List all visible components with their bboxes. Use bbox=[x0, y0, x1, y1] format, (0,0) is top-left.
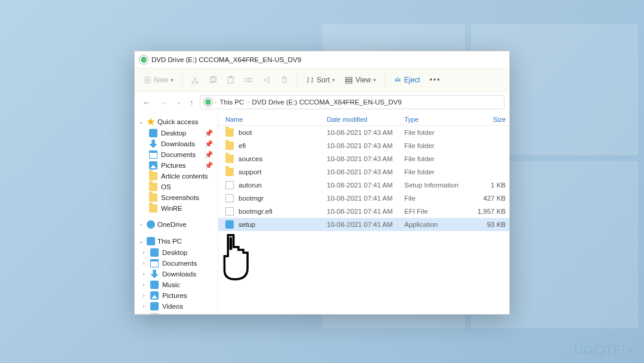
eject-icon bbox=[394, 76, 402, 84]
svg-rect-10 bbox=[346, 82, 352, 84]
rename-button[interactable] bbox=[241, 73, 256, 87]
nav-label: Music bbox=[162, 281, 180, 288]
view-button[interactable]: View ▾ bbox=[341, 73, 380, 87]
chevron-down-icon: ▾ bbox=[373, 77, 376, 83]
nav-forward-button[interactable]: → bbox=[157, 97, 171, 107]
file-date: 10-08-2021 07:43 AM bbox=[327, 142, 404, 149]
address-bar: ← → ⌄ ↑ › This PC › DVD Drive (E:) CCCOM… bbox=[135, 92, 509, 112]
col-type[interactable]: Type bbox=[404, 116, 464, 123]
nav-downloads[interactable]: Downloads📌 bbox=[135, 139, 218, 149]
nav-pc-videos[interactable]: ›Videos bbox=[135, 301, 218, 312]
nav-label: Documents bbox=[162, 260, 197, 267]
share-icon bbox=[262, 76, 271, 84]
share-button[interactable] bbox=[259, 73, 274, 87]
folder-icon bbox=[149, 193, 157, 202]
nav-this-pc[interactable]: ⌄This PC bbox=[135, 235, 218, 247]
folder-icon bbox=[225, 128, 234, 137]
downloads-icon bbox=[150, 270, 159, 278]
file-size: 1 KB bbox=[464, 182, 506, 189]
nav-desktop[interactable]: Desktop📌 bbox=[135, 128, 218, 139]
navigation-pane[interactable]: ⌄Quick access Desktop📌 Downloads📌 Docume… bbox=[135, 112, 218, 314]
column-headers[interactable]: Name Date modified Type Size bbox=[218, 112, 509, 126]
nav-screenshots[interactable]: Screenshots bbox=[135, 192, 218, 203]
eject-button[interactable]: Eject bbox=[390, 73, 424, 87]
copy-icon bbox=[209, 76, 217, 84]
col-modified[interactable]: Date modified bbox=[327, 116, 404, 123]
nav-label: Pictures bbox=[162, 292, 187, 299]
nav-quick-access[interactable]: ⌄Quick access bbox=[135, 116, 218, 128]
nav-winre[interactable]: WinRE bbox=[135, 203, 218, 214]
file-name: bootmgr.efi bbox=[239, 208, 273, 215]
nav-label: This PC bbox=[157, 238, 182, 245]
nav-back-button[interactable]: ← bbox=[140, 97, 153, 107]
cloud-icon bbox=[147, 220, 155, 229]
nav-pc-pictures[interactable]: ›Pictures bbox=[135, 290, 218, 301]
nav-documents[interactable]: Documents📌 bbox=[135, 149, 218, 160]
file-type: File folder bbox=[404, 129, 464, 136]
nav-pc-local-disk[interactable]: ›Local Disk (C:) bbox=[135, 312, 218, 314]
copy-button[interactable] bbox=[205, 73, 221, 87]
file-type: File folder bbox=[404, 155, 464, 162]
delete-button[interactable] bbox=[277, 73, 292, 87]
nav-label: Pictures bbox=[161, 162, 186, 169]
documents-icon bbox=[150, 259, 159, 267]
new-button[interactable]: New ▾ bbox=[140, 73, 177, 87]
file-row[interactable]: support10-08-2021 07:43 AMFile folder bbox=[218, 165, 509, 179]
nav-article-contents[interactable]: Article contents bbox=[135, 171, 218, 182]
sort-button[interactable]: Sort ▾ bbox=[302, 73, 339, 87]
nav-onedrive[interactable]: ›OneDrive bbox=[135, 219, 218, 230]
nav-label: Videos bbox=[162, 303, 183, 310]
view-label: View bbox=[355, 76, 371, 84]
nav-os[interactable]: OS bbox=[135, 182, 218, 192]
file-list[interactable]: Name Date modified Type Size boot10-08-2… bbox=[218, 112, 509, 314]
file-name: boot bbox=[239, 129, 252, 136]
file-row[interactable]: bootmgr.efi10-08-2021 07:41 AMEFI File1,… bbox=[218, 205, 509, 218]
breadcrumb-segment[interactable]: This PC bbox=[220, 99, 244, 106]
file-name: sources bbox=[239, 155, 262, 162]
titlebar[interactable]: DVD Drive (E:) CCCOMA_X64FRE_EN-US_DV9 bbox=[135, 51, 509, 68]
paste-icon bbox=[227, 76, 235, 84]
nav-label: Downloads bbox=[162, 270, 196, 278]
breadcrumb[interactable]: › This PC › DVD Drive (E:) CCCOMA_X64FRE… bbox=[200, 95, 505, 109]
toolbar-separator bbox=[182, 73, 182, 87]
more-button[interactable]: ••• bbox=[426, 73, 445, 87]
nav-label: Quick access bbox=[157, 118, 198, 125]
file-date: 10-08-2021 07:43 AM bbox=[327, 129, 404, 136]
file-row[interactable]: sources10-08-2021 07:43 AMFile folder bbox=[218, 152, 509, 165]
paste-button[interactable] bbox=[223, 73, 239, 87]
file-row[interactable]: setup10-08-2021 07:41 AMApplication93 KB bbox=[218, 218, 509, 231]
file-row[interactable]: efi10-08-2021 07:43 AMFile folder bbox=[218, 139, 509, 152]
nav-recent-button[interactable]: ⌄ bbox=[174, 99, 184, 105]
col-name[interactable]: Name bbox=[225, 116, 327, 123]
chevron-down-icon: ▾ bbox=[171, 77, 174, 83]
file-row[interactable]: boot10-08-2021 07:43 AMFile folder bbox=[218, 126, 509, 139]
file-date: 10-08-2021 07:41 AM bbox=[327, 221, 404, 228]
downloads-icon bbox=[149, 140, 157, 148]
nav-label: Desktop bbox=[161, 130, 186, 137]
gear-icon bbox=[595, 345, 605, 356]
col-size[interactable]: Size bbox=[464, 116, 506, 123]
nav-pictures[interactable]: Pictures📌 bbox=[135, 160, 218, 171]
desktop-icon bbox=[149, 129, 157, 137]
file-row[interactable]: autorun10-08-2021 07:41 AMSetup Informat… bbox=[218, 179, 509, 192]
nav-up-button[interactable]: ↑ bbox=[187, 98, 196, 107]
nav-pc-music[interactable]: ›Music bbox=[135, 279, 218, 290]
file-date: 10-08-2021 07:43 AM bbox=[327, 155, 404, 162]
file-type: Application bbox=[404, 221, 464, 228]
cut-button[interactable] bbox=[187, 73, 203, 87]
toolbar: New ▾ Sort ▾ View ▾ Eject ••• bbox=[135, 68, 509, 92]
file-type: File folder bbox=[404, 142, 464, 149]
pictures-icon bbox=[150, 291, 159, 300]
nav-pc-desktop[interactable]: ›Desktop bbox=[135, 247, 218, 258]
nav-label: Documents bbox=[161, 151, 196, 158]
star-icon bbox=[147, 118, 155, 126]
nav-label: OneDrive bbox=[157, 221, 187, 228]
dvd-drive-icon bbox=[140, 56, 148, 64]
nav-pc-downloads[interactable]: ›Downloads bbox=[135, 269, 218, 279]
folder-icon bbox=[225, 155, 234, 163]
file-row[interactable]: bootmgr10-08-2021 07:41 AMFile427 KB bbox=[218, 192, 509, 205]
rename-icon bbox=[244, 76, 253, 84]
nav-pc-documents[interactable]: ›Documents bbox=[135, 258, 218, 269]
documents-icon bbox=[149, 150, 157, 159]
breadcrumb-segment[interactable]: DVD Drive (E:) CCCOMA_X64FRE_EN-US_DV9 bbox=[252, 99, 401, 106]
